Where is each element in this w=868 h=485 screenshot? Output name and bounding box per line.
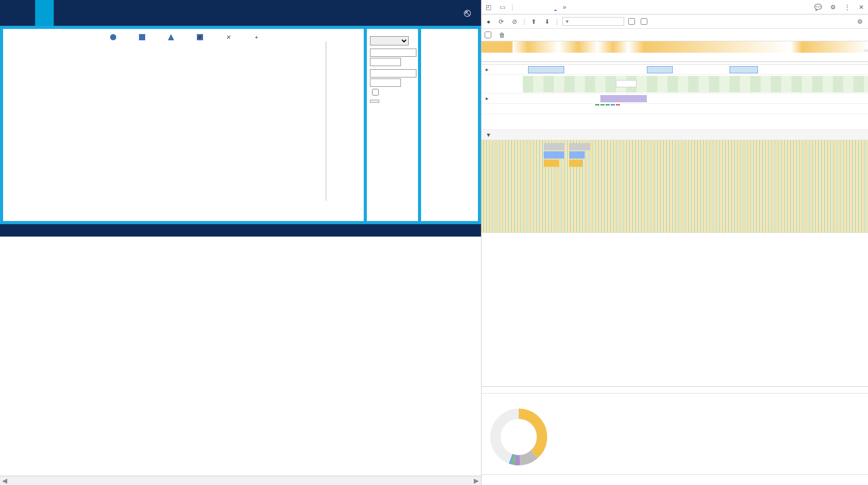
nav-account[interactable] — [128, 0, 147, 26]
tab-console[interactable] — [530, 4, 532, 11]
perf-settings-icon[interactable]: ⚙ — [855, 17, 865, 26]
main-nav — [17, 0, 454, 26]
device-toggle-icon[interactable]: ▭ — [498, 3, 507, 12]
url-select[interactable]: ▾ — [562, 17, 624, 26]
devtools-panel: ◰ ▭ | » 💬 ⚙ ⋮ ✕ ● ⟳ ⊘ | ⬆ ⬇ | ▾ ⚙ 🗑 — [482, 0, 868, 485]
webvitals-checkbox[interactable] — [485, 32, 491, 38]
summary-donut — [488, 406, 550, 468]
inspect-icon[interactable]: ◰ — [484, 3, 493, 12]
from-date-input[interactable] — [370, 49, 416, 57]
table-header — [0, 224, 481, 237]
clear-icon[interactable]: ⊘ — [510, 17, 519, 26]
from-time-input[interactable] — [370, 58, 401, 66]
sensor-chart: ✱ ✕ + — [3, 29, 367, 221]
perf-overview[interactable] — [482, 41, 868, 62]
footer-copyright — [0, 237, 481, 257]
nav-map[interactable] — [17, 0, 35, 26]
nav-device-settings[interactable] — [54, 0, 72, 26]
horizontal-scrollbar[interactable]: ◀▶ — [0, 476, 481, 485]
settings-icon[interactable]: ⚙ — [828, 3, 838, 12]
range-label — [482, 394, 868, 400]
chart-legend: ✱ ✕ + — [24, 33, 360, 41]
screenshots-checkbox[interactable] — [628, 18, 635, 25]
tab-elements[interactable] — [521, 4, 523, 11]
logout-icon[interactable]: ⎋ — [454, 6, 481, 20]
download-icon[interactable]: ⬇ — [542, 17, 552, 26]
record-icon[interactable]: ● — [485, 17, 492, 26]
to-time-input[interactable] — [370, 79, 401, 87]
main-track-label[interactable]: ▼ — [482, 132, 491, 138]
messages-icon[interactable]: 💬 — [812, 3, 824, 12]
network-track-label[interactable]: ▸ — [482, 66, 523, 73]
perf-timeline[interactable]: ▸ ▸ ▼ — [482, 62, 868, 387]
trash-icon[interactable]: 🗑 — [497, 30, 507, 40]
record-count-select[interactable] — [370, 36, 409, 45]
auto-refresh-checkbox[interactable] — [372, 89, 379, 96]
app-header: ⎋ — [0, 0, 481, 26]
close-devtools-icon[interactable]: ✕ — [857, 3, 866, 12]
filter-panel — [367, 29, 421, 221]
animation-track-label[interactable]: ▸ — [482, 95, 523, 102]
cpu-label — [864, 50, 868, 52]
tab-performance[interactable] — [554, 4, 556, 11]
memory-checkbox[interactable] — [641, 18, 647, 25]
devices-panel — [421, 29, 478, 221]
tab-sources[interactable] — [538, 4, 540, 11]
menu-icon[interactable]: ⋮ — [842, 3, 853, 12]
nav-support[interactable] — [110, 0, 128, 26]
more-tabs-icon[interactable]: » — [561, 3, 568, 12]
reload-icon[interactable]: ⟳ — [497, 17, 506, 26]
flame-chart[interactable] — [482, 140, 868, 233]
nav-inventory[interactable] — [72, 0, 91, 26]
nav-billing[interactable] — [91, 0, 110, 26]
summary-tabs — [482, 387, 868, 394]
upload-icon[interactable]: ⬆ — [529, 17, 538, 26]
chart-svg — [24, 41, 360, 209]
to-date-input[interactable] — [370, 69, 416, 77]
devtools-footer — [482, 474, 868, 485]
refresh-button[interactable] — [370, 100, 379, 103]
nav-sensor[interactable] — [35, 0, 54, 26]
tab-network[interactable] — [546, 4, 548, 11]
